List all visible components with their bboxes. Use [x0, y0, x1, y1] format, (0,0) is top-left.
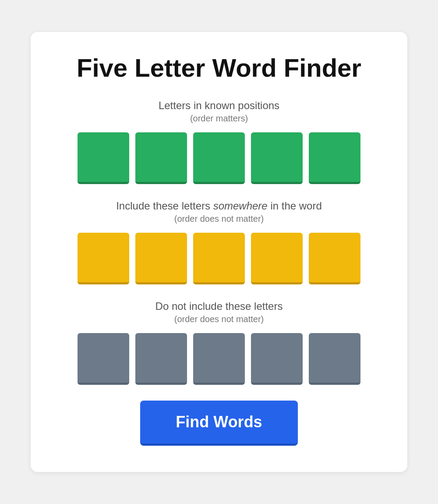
- include-tile-2[interactable]: [135, 233, 187, 284]
- exclude-tile-1[interactable]: [78, 333, 129, 385]
- known-tile-5[interactable]: [309, 132, 360, 184]
- main-card: Five Letter Word Finder Letters in known…: [31, 32, 407, 472]
- exclude-letters-label: Do not include these letters: [57, 300, 381, 312]
- include-somewhere-label: Include these letters somewhere in the w…: [57, 200, 381, 212]
- include-somewhere-section: Include these letters somewhere in the w…: [57, 200, 381, 284]
- find-words-button[interactable]: Find Words: [140, 401, 298, 446]
- exclude-tile-5[interactable]: [309, 333, 360, 385]
- known-positions-label: Letters in known positions: [57, 99, 381, 112]
- include-tile-1[interactable]: [78, 233, 129, 284]
- known-tile-3[interactable]: [193, 132, 245, 184]
- exclude-tile-3[interactable]: [193, 333, 245, 385]
- known-positions-section: Letters in known positions (order matter…: [57, 99, 381, 184]
- known-positions-tiles: [57, 132, 381, 184]
- exclude-tile-2[interactable]: [135, 333, 187, 385]
- exclude-letters-section: Do not include these letters (order does…: [57, 300, 381, 385]
- include-somewhere-sublabel: (order does not matter): [57, 214, 381, 224]
- include-tile-5[interactable]: [309, 233, 360, 284]
- exclude-letters-sublabel: (order does not matter): [57, 314, 381, 324]
- exclude-letters-tiles: [57, 333, 381, 385]
- page-title: Five Letter Word Finder: [57, 54, 381, 82]
- known-positions-sublabel: (order matters): [57, 114, 381, 124]
- exclude-tile-4[interactable]: [251, 333, 303, 385]
- known-tile-1[interactable]: [78, 132, 129, 184]
- include-tile-3[interactable]: [193, 233, 245, 284]
- known-tile-4[interactable]: [251, 132, 303, 184]
- known-tile-2[interactable]: [135, 132, 187, 184]
- include-tile-4[interactable]: [251, 233, 303, 284]
- include-somewhere-tiles: [57, 233, 381, 284]
